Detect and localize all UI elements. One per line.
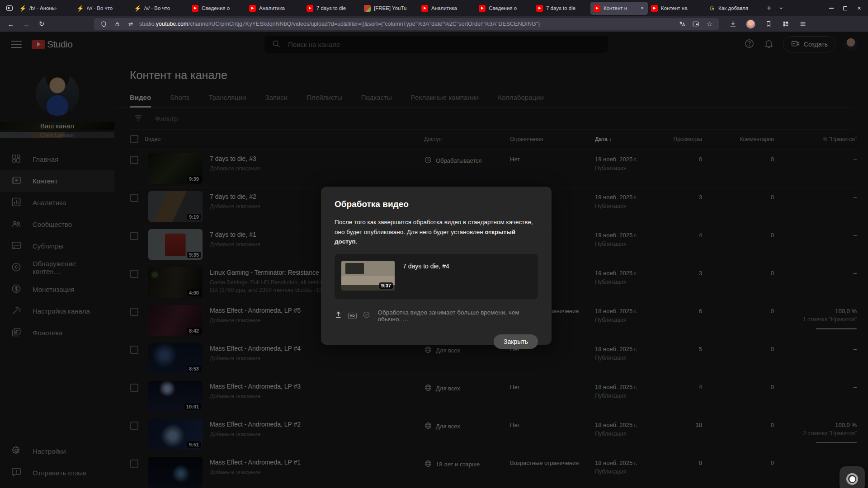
window-maximize-button[interactable]	[838, 1, 852, 15]
browser-tab-9[interactable]: Сведения о	[476, 2, 533, 15]
window-controls: ×	[824, 1, 866, 15]
browser-tab-12[interactable]: Контент на	[648, 2, 705, 15]
tab-label: Аналитика	[431, 5, 472, 11]
youtube-studio-page: Studio Поиск на канале Создать Ваш к	[0, 32, 868, 488]
tab-list-chevron-icon[interactable]: ›	[775, 2, 788, 14]
tab-label: 7 days to die	[546, 5, 587, 11]
tab-label: 7 days to die	[316, 5, 358, 11]
tab-strip: ⚡/b/ - Аноны-⚡/v/ - Во что⚡/v/ - Во чтоС…	[16, 2, 763, 15]
youtube-favicon	[651, 5, 658, 12]
url-bar[interactable]: studio.youtube.com/channel/UCrpmCntjg7Ky…	[94, 18, 719, 30]
browser-tab-6[interactable]: 7 days to die	[303, 2, 361, 15]
browser-tab-1[interactable]: ⚡/b/ - Аноны-	[16, 2, 74, 15]
tab-label: /v/ - Во что	[144, 5, 185, 11]
upload-icon	[335, 311, 342, 320]
browser-tab-10[interactable]: 7 days to die	[533, 2, 590, 15]
browser-profile-avatar[interactable]	[746, 19, 755, 29]
hamburger-menu-icon[interactable]	[798, 19, 808, 29]
modal-close-button[interactable]: Закрыть	[494, 334, 538, 349]
site-favicon	[364, 5, 371, 12]
extensions-menu-icon[interactable]	[781, 19, 791, 29]
record-icon	[846, 473, 858, 485]
window-minimize-button[interactable]	[824, 1, 838, 15]
translate-icon[interactable]	[677, 19, 687, 29]
forward-button[interactable]: →	[20, 18, 33, 30]
tab-label: Сведения о	[202, 5, 243, 11]
browser-tab-5[interactable]: Аналитика	[246, 2, 303, 15]
browser-tab-3[interactable]: ⚡/v/ - Во что	[131, 2, 189, 15]
browser-tab-4[interactable]: Сведения о	[189, 2, 246, 15]
extension-icon[interactable]	[764, 19, 774, 29]
modal-status-row: HD Обработка видео занимает больше време…	[335, 309, 538, 323]
browser-tab-bar: ⚡/b/ - Аноны-⚡/v/ - Во что⚡/v/ - Во чтоС…	[0, 0, 868, 16]
tab-label: /b/ - Аноны-	[29, 5, 71, 11]
video-duration-badge: 9:37	[379, 282, 393, 289]
modal-video-thumbnail: 9:37	[341, 261, 395, 291]
lock-icon[interactable]	[112, 19, 122, 29]
tab-label: Сведения о	[489, 5, 530, 11]
bookmark-star-icon[interactable]: ☆	[704, 19, 714, 29]
youtube-favicon	[307, 5, 313, 12]
modal-video-title: 7 days to die, #4	[403, 261, 449, 292]
downloads-icon[interactable]	[728, 19, 738, 29]
lightning-favicon: ⚡	[19, 5, 26, 12]
browser-tab-8[interactable]: Аналитика	[418, 2, 476, 15]
modal-body-text: После того как завершится обработка виде…	[335, 217, 538, 247]
youtube-favicon	[421, 5, 428, 12]
url-text: studio.youtube.com/channel/UCrpmCntjg7Ky…	[139, 21, 540, 27]
window-close-button[interactable]: ×	[852, 1, 866, 15]
browser-toolbar: ← → ↻ studio.youtube.com/channel/UCrpmCn…	[0, 16, 868, 32]
tab-label: [FREE] YouTu	[374, 5, 415, 11]
youtube-favicon	[192, 5, 198, 12]
youtube-favicon	[479, 5, 486, 12]
new-tab-button[interactable]: +	[763, 2, 775, 14]
lightning-favicon: ⚡	[77, 5, 84, 12]
picture-in-picture-icon[interactable]	[691, 19, 701, 29]
tab-label: Контент н	[604, 5, 637, 11]
youtube-favicon	[249, 5, 256, 12]
modal-video-card: 9:37 7 days to die, #4	[335, 254, 538, 299]
tab-label: Как добавля	[718, 5, 760, 11]
processing-status-text: Обработка видео занимает больше времени,…	[378, 309, 538, 323]
check-circle-icon	[363, 311, 370, 320]
browser-tab-2[interactable]: ⚡/v/ - Во что	[74, 2, 131, 15]
reload-button[interactable]: ↻	[35, 18, 48, 30]
back-button[interactable]: ←	[5, 18, 17, 30]
tab-close-icon[interactable]: ×	[640, 5, 645, 11]
shield-icon[interactable]	[99, 19, 108, 29]
tab-label: Контент на	[661, 5, 702, 11]
processing-modal: Обработка видео После того как завершитс…	[321, 187, 552, 345]
tab-label: /v/ - Во что	[87, 5, 128, 11]
hd-quality-icon: HD	[348, 313, 357, 319]
browser-tab-7[interactable]: [FREE] YouTu	[361, 2, 418, 15]
browser-tab-11[interactable]: Контент н×	[590, 2, 648, 15]
lightning-favicon: ⚡	[134, 5, 141, 12]
browser-tab-13[interactable]: GКак добавля	[705, 2, 763, 15]
permissions-icon[interactable]	[126, 19, 136, 29]
firefox-view-icon[interactable]	[3, 2, 16, 14]
modal-title: Обработка видео	[335, 199, 538, 209]
tab-label: Аналитика	[259, 5, 300, 11]
screen-recorder-button[interactable]	[840, 466, 865, 488]
youtube-favicon	[536, 5, 543, 12]
google-favicon: G	[708, 5, 715, 12]
youtube-favicon	[594, 5, 600, 12]
